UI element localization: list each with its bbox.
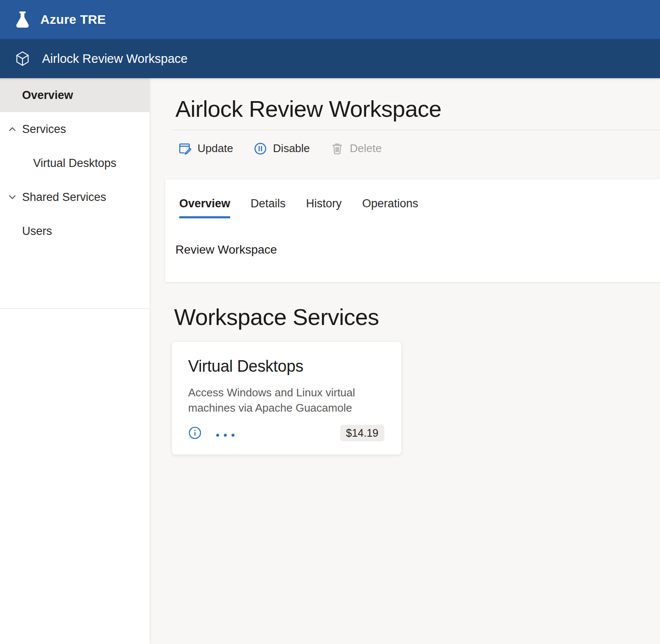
page-body: Overview Services Virtual Desktops Share… <box>0 78 660 644</box>
tab-history[interactable]: History <box>306 197 342 218</box>
chevron-down-icon[interactable] <box>6 191 19 203</box>
tab-label: Details <box>251 197 286 210</box>
delete-button[interactable]: Delete <box>330 142 382 155</box>
title-divider <box>173 130 660 130</box>
sidebar-item-virtual-desktops[interactable]: Virtual Desktops <box>0 146 149 180</box>
sidebar-divider <box>0 308 149 309</box>
tab-label: Operations <box>362 197 418 210</box>
disable-button[interactable]: Disable <box>254 142 310 155</box>
update-button-label: Update <box>197 142 233 155</box>
service-card-title[interactable]: Virtual Desktops <box>188 357 384 376</box>
delete-button-label: Delete <box>350 142 382 155</box>
tab-details[interactable]: Details <box>251 197 286 218</box>
sidebar: Overview Services Virtual Desktops Share… <box>0 78 149 644</box>
edit-icon <box>178 142 192 155</box>
app-header: Azure TRE <box>0 0 660 39</box>
sidebar-item-label: Users <box>22 225 52 238</box>
workspace-banner-title[interactable]: Airlock Review Workspace <box>42 52 188 66</box>
app-window: Azure TRE Airlock Review Workspace Overv… <box>0 0 660 644</box>
sidebar-item-label: Shared Services <box>22 191 106 204</box>
workspace-detail-card: Overview Details History Operations Revi… <box>165 179 660 282</box>
tab-label: Overview <box>179 197 230 210</box>
sidebar-item-shared-services[interactable]: Shared Services <box>0 180 149 214</box>
update-button[interactable]: Update <box>178 142 233 155</box>
main-content: Airlock Review Workspace Update <box>149 78 660 644</box>
app-title[interactable]: Azure TRE <box>40 12 106 27</box>
tab-operations[interactable]: Operations <box>362 197 418 218</box>
pause-circle-icon <box>254 142 267 155</box>
flask-icon <box>14 10 31 29</box>
cube-icon <box>14 50 31 67</box>
sidebar-item-label: Services <box>22 123 66 136</box>
tab-bar: Overview Details History Operations <box>179 197 660 218</box>
command-bar: Update Disable <box>178 139 660 158</box>
sidebar-item-users[interactable]: Users <box>0 214 149 248</box>
cost-badge: $14.19 <box>340 425 384 441</box>
workspace-banner: Airlock Review Workspace <box>0 39 660 78</box>
disable-button-label: Disable <box>273 142 310 155</box>
trash-icon <box>330 142 344 155</box>
page-title: Airlock Review Workspace <box>175 95 660 123</box>
sidebar-item-overview[interactable]: Overview <box>0 78 149 112</box>
sidebar-item-label: Virtual Desktops <box>33 157 116 170</box>
service-card-virtual-desktops[interactable]: Virtual Desktops Access Windows and Linu… <box>172 342 401 455</box>
service-card-description: Access Windows and Linux virtual machine… <box>188 385 384 415</box>
sidebar-item-label: Overview <box>22 89 73 102</box>
sidebar-item-services[interactable]: Services <box>0 112 149 146</box>
active-tab-underline <box>179 216 230 218</box>
tab-label: History <box>306 197 342 210</box>
service-card-footer: $14.19 <box>188 425 384 441</box>
services-section-title: Workspace Services <box>174 303 660 331</box>
chevron-up-icon[interactable] <box>6 123 19 136</box>
workspace-summary-text: Review Workspace <box>175 243 660 257</box>
ellipsis-icon[interactable] <box>216 429 234 437</box>
info-icon[interactable] <box>188 426 202 440</box>
tab-overview[interactable]: Overview <box>179 197 230 218</box>
